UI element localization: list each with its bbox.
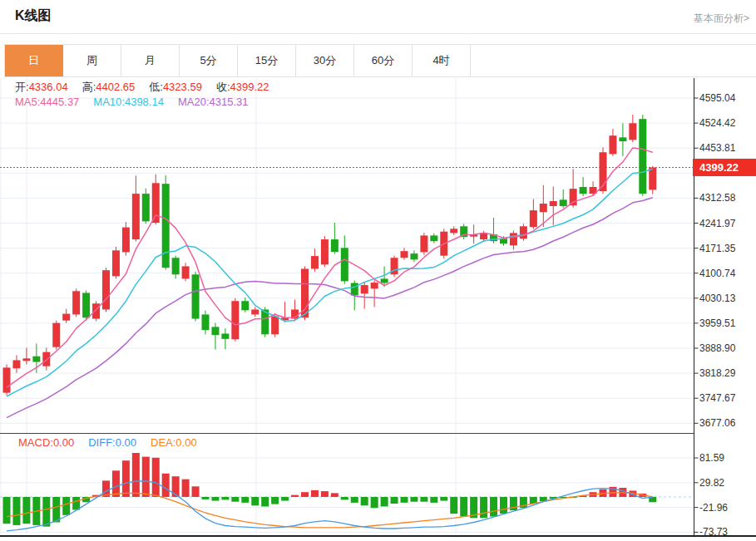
macd-bar (450, 497, 457, 514)
macd-bar (430, 497, 437, 503)
macd-bar (301, 492, 309, 497)
candle (152, 183, 160, 223)
macd-bar (351, 497, 358, 503)
macd-bar (3, 497, 11, 524)
candle (649, 167, 656, 189)
y-axis-label: 3888.90 (699, 342, 736, 354)
y-axis-label: 4312.58 (699, 192, 736, 204)
candle (32, 357, 40, 362)
candle (142, 194, 150, 221)
macd-bar (321, 491, 329, 497)
candle (639, 119, 646, 194)
tab-月[interactable]: 月 (121, 45, 180, 76)
macd-bar (440, 497, 447, 501)
macd-bar (391, 497, 398, 504)
macd-bar (500, 497, 507, 514)
macd-axis-label: -73.73 (699, 526, 728, 538)
candle (92, 303, 100, 318)
ma5-legend: MA5:4445.37 (15, 96, 79, 108)
macd-bar (211, 497, 219, 501)
quote-收: 收:4399.22 (216, 81, 269, 93)
candle (271, 317, 279, 335)
tab-4时[interactable]: 4时 (413, 45, 471, 76)
tab-bar: 日周月5分15分30分60分4时 (4, 44, 756, 77)
macd-bar (371, 497, 378, 508)
macd-axis-label: 29.82 (699, 477, 724, 489)
y-axis-label: 4595.04 (699, 92, 736, 104)
last-price-badge-text: 4399.22 (699, 161, 739, 174)
candle (42, 352, 50, 366)
candle (211, 327, 219, 335)
y-axis-label: 4241.97 (699, 218, 736, 229)
candle (401, 251, 408, 258)
macd-bar (122, 460, 130, 497)
candle (52, 323, 60, 347)
ma-legend-bar: MA5:4445.37MA10:4398.14MA20:4315.31 (15, 96, 263, 108)
macd-bar (291, 495, 299, 497)
fundamental-analysis-link[interactable]: 基本面分析> (694, 12, 749, 26)
page-title: K线图 (15, 7, 52, 25)
macd-axis-label: -21.96 (699, 502, 728, 514)
macd-bar (241, 497, 249, 503)
y-axis-label: 3747.67 (699, 392, 736, 404)
ma10-legend: MA10:4398.14 (93, 96, 164, 108)
candle (311, 256, 319, 268)
candle (331, 239, 338, 252)
candle (62, 314, 70, 321)
y-axis-label: 4030.13 (699, 293, 736, 304)
tab-5分[interactable]: 5分 (180, 45, 238, 76)
macd-bar (72, 497, 80, 510)
tab-周[interactable]: 周 (63, 45, 121, 76)
macd-bar (162, 474, 170, 497)
candle (381, 278, 388, 283)
candle (510, 233, 517, 245)
macd-legend: MACD:0.00 (18, 436, 74, 449)
candle (172, 258, 180, 274)
dea-legend: DEA:0.00 (151, 436, 197, 449)
quote-低: 低:4323.59 (149, 81, 202, 93)
y-axis-label: 4100.74 (699, 268, 736, 279)
candle (192, 274, 200, 318)
candle (570, 189, 577, 205)
candle (202, 314, 210, 330)
macd-bar (420, 497, 427, 502)
candle (22, 358, 30, 361)
macd-bar (132, 453, 140, 497)
candle (82, 293, 90, 317)
candle (550, 201, 557, 206)
macd-bar (341, 497, 348, 499)
candle (520, 226, 527, 239)
tab-30分[interactable]: 30分 (296, 45, 354, 76)
candle (221, 333, 229, 338)
candle (301, 268, 309, 317)
candle (341, 248, 348, 281)
candle (619, 137, 626, 141)
macd-bar (261, 497, 269, 507)
macd-bar (62, 497, 70, 515)
macd-bar (251, 497, 259, 505)
macd-bar (311, 490, 319, 497)
y-axis-label: 4453.81 (699, 142, 736, 154)
quote-开: 开:4336.04 (15, 81, 68, 93)
candle (12, 360, 20, 368)
y-axis-label: 3959.51 (699, 317, 736, 329)
candle (430, 235, 437, 241)
candle (629, 123, 636, 140)
candle (321, 239, 329, 264)
macd-bar (271, 497, 279, 504)
candle (500, 239, 507, 243)
candle (361, 285, 368, 293)
diff-legend: DIFF:0.00 (88, 436, 136, 449)
macd-bar (112, 470, 120, 497)
macd-bar (152, 458, 160, 497)
macd-bar (401, 497, 408, 503)
candle (560, 199, 567, 206)
candle (112, 250, 120, 276)
macd-legend-bar: MACD:0.00DIFF:0.00DEA:0.00 (18, 436, 211, 449)
tab-60分[interactable]: 60分 (354, 45, 413, 76)
tab-15分[interactable]: 15分 (238, 45, 296, 76)
macd-bar (22, 497, 30, 524)
y-axis-label: 4171.35 (699, 243, 736, 254)
macd-bar (202, 497, 210, 499)
tab-日[interactable]: 日 (5, 45, 63, 76)
